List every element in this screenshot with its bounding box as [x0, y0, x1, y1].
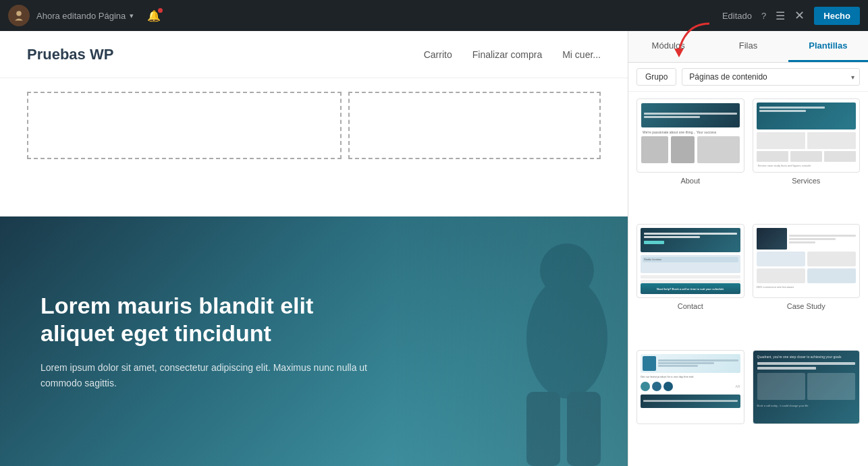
template-thumb-contact: Studio location Need help? Book a call o…: [636, 224, 744, 298]
close-button[interactable]: ✕: [794, 8, 805, 23]
template-label-about: About: [636, 175, 744, 186]
template-thumb-app: Get our latest product for a one day fre…: [636, 350, 744, 424]
template-thumb-services: Service case study facts and figures con…: [753, 98, 861, 173]
svg-rect-6: [567, 392, 601, 466]
wp-logo: [8, 5, 30, 26]
template-item-contact[interactable]: Studio location Need help? Book a call o…: [636, 224, 744, 341]
template-thumb-quadrant: Quadrant, you're one step closer to achi…: [753, 350, 861, 424]
site-navigation: Carrito Finalizar compra Mi cuer...: [424, 49, 601, 60]
template-panel: Módulos Filas Plantillas Grupo Páginas d…: [628, 31, 868, 466]
about-img3: [697, 136, 740, 163]
templates-grid: We're passionate about one thing... Your…: [628, 92, 868, 466]
template-item-about[interactable]: We're passionate about one thing... Your…: [636, 98, 744, 216]
site-title: Pruebas WP: [27, 46, 113, 63]
template-label-contact: Contact: [636, 301, 744, 312]
template-item-app[interactable]: Get our latest product for a one day fre…: [636, 350, 744, 459]
about-img2: [671, 136, 695, 163]
done-button[interactable]: Hecho: [814, 7, 860, 25]
template-label-quadrant: [753, 427, 861, 430]
svg-rect-5: [526, 392, 560, 466]
nav-finalizar[interactable]: Finalizar compra: [472, 49, 542, 60]
template-item-quadrant[interactable]: Quadrant, you're one step closer to achi…: [753, 350, 861, 459]
editor-content-area: [0, 78, 628, 173]
template-label-services: Services: [753, 175, 861, 186]
nav-carrito[interactable]: Carrito: [424, 49, 452, 60]
group-filter-button[interactable]: Grupo: [636, 68, 676, 86]
category-select-wrap: Páginas de contenido ▾: [682, 68, 860, 86]
notification-dot: [158, 8, 163, 13]
help-button[interactable]: ?: [761, 11, 766, 21]
template-label-app: [636, 427, 744, 430]
svg-marker-2: [674, 49, 684, 57]
filter-row: Grupo Páginas de contenido ▾: [628, 63, 868, 92]
hero-body-text: Lorem ipsum dolor sit amet, consectetur …: [40, 360, 378, 390]
hero-title: Lorem mauris blandit elit aliquet eget t…: [40, 292, 378, 347]
admin-bar-actions: Editado ? ☰ ✕ Hecho: [722, 7, 860, 25]
nav-cuenta[interactable]: Mi cuer...: [562, 49, 601, 60]
svg-point-4: [540, 243, 594, 297]
red-arrow-indicator: [669, 20, 716, 61]
template-item-case-study[interactable]: 2021 conversion rate Increases Case Stud…: [753, 224, 861, 341]
list-icon[interactable]: ☰: [776, 9, 785, 22]
about-img1: [641, 136, 668, 163]
tab-plantillas[interactable]: Plantillas: [788, 31, 868, 62]
tab-filas[interactable]: Filas: [708, 31, 788, 62]
svg-point-1: [16, 11, 22, 16]
admin-bar-title: Ahora editando Página: [36, 11, 126, 21]
about-thumb-header: [641, 103, 740, 127]
edit-status: Editado: [722, 11, 752, 21]
column-right[interactable]: [348, 92, 601, 159]
column-left[interactable]: [27, 92, 342, 159]
admin-bar: Ahora editando Página ▾ 🔔 Editado ? ☰ ✕ …: [0, 0, 868, 31]
template-thumb-case: 2021 conversion rate Increases: [753, 224, 861, 298]
hero-section: Lorem mauris blandit elit aliquet eget t…: [0, 216, 628, 466]
template-item-services[interactable]: Service case study facts and figures con…: [753, 98, 861, 216]
template-thumb-about: We're passionate about one thing... Your…: [636, 98, 744, 173]
site-header: Pruebas WP Carrito Finalizar compra Mi c…: [0, 31, 628, 78]
hero-background-image: [391, 216, 628, 466]
hero-content: Lorem mauris blandit elit aliquet eget t…: [40, 292, 378, 390]
category-select[interactable]: Páginas de contenido: [682, 68, 860, 86]
admin-bar-dropdown-icon[interactable]: ▾: [130, 11, 134, 20]
notification-bell[interactable]: 🔔: [147, 9, 161, 22]
column-row: [27, 92, 601, 159]
template-label-case-study: Case Study: [753, 301, 861, 312]
panel-tabs: Módulos Filas Plantillas: [628, 31, 868, 63]
page-editor-area: Pruebas WP Carrito Finalizar compra Mi c…: [0, 31, 628, 466]
